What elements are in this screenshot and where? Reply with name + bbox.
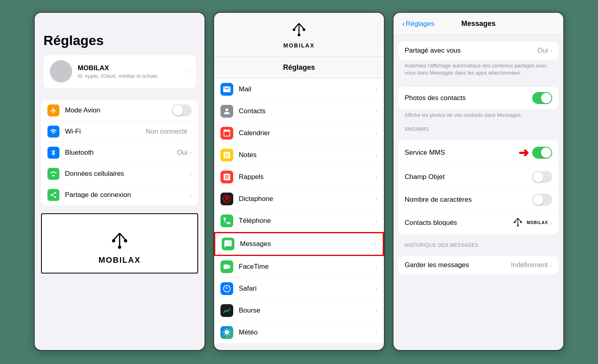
panel2-list: Mail › Contacts › Calendrier › Notes › (214, 79, 384, 344)
calendrier-icon-box (220, 127, 233, 140)
partage-label: Partage de connexion (65, 191, 190, 199)
svg-line-1 (114, 233, 120, 240)
panel2-row-messages[interactable]: Messages › (214, 232, 384, 256)
nb-caracteres-row[interactable]: Nombre de caractères (398, 189, 559, 211)
photos-contacts-row[interactable]: Photos des contacts (398, 87, 559, 109)
garder-messages-value: Indéfiniment (511, 261, 548, 269)
section-smsmms: Service MMS ➜ Champ Objet Nombre de cara… (398, 140, 559, 234)
dictaphone-icon (222, 195, 231, 203)
champ-objet-label: Champ Objet (405, 173, 532, 181)
profile-chevron: › (188, 68, 190, 75)
section-historique: Garder les messages Indéfiniment › (398, 256, 559, 274)
profile-card[interactable]: MOBILAX Id. Apple, iCloud, médias et ach… (43, 55, 196, 88)
mobilax-text-p2: MOBILAX (283, 42, 315, 49)
partage-chevron: › (190, 192, 192, 198)
arrow-container: ➜ (518, 145, 552, 160)
panel2-row-rappels[interactable]: Rappels › (214, 166, 384, 188)
safari-icon (222, 284, 231, 293)
panel2-row-facetime[interactable]: FaceTime › (214, 256, 384, 278)
wifi-icon-box (47, 126, 59, 138)
mobilax-icon-p3 (511, 216, 524, 229)
nb-caracteres-toggle[interactable] (532, 194, 552, 206)
photos-contacts-label: Photos des contacts (405, 94, 532, 102)
contacts-icon (222, 107, 231, 116)
panel2-row-meteo[interactable]: Météo › (214, 322, 384, 344)
partage-description: Autorisez l'affichage automatique des co… (393, 60, 563, 81)
panel2-row-calendrier[interactable]: Calendrier › (214, 122, 384, 144)
partage-avec-vous-label: Partagé avec vous (405, 47, 537, 55)
bourse-chevron: › (376, 307, 378, 314)
svg-line-13 (515, 218, 518, 222)
panel2-row-telephone[interactable]: Téléphone › (214, 210, 384, 232)
wifi-chevron: › (190, 128, 192, 135)
mail-icon-box (220, 83, 233, 96)
mode-avion-icon-box (47, 104, 59, 116)
notes-chevron: › (376, 152, 378, 158)
panel2-row-notes[interactable]: Notes › (214, 144, 384, 166)
settings-row-mode-avion[interactable]: Mode Avion (41, 100, 198, 121)
contacts-icon-box (220, 105, 233, 118)
messages-icon-box (222, 238, 234, 250)
champ-objet-row[interactable]: Champ Objet (398, 166, 559, 189)
settings-row-bluetooth[interactable]: Bluetooth Oui › (41, 142, 198, 163)
mode-avion-label: Mode Avion (65, 106, 172, 114)
safari-icon-box (220, 282, 233, 295)
facetime-icon (222, 262, 231, 271)
svg-line-2 (120, 233, 126, 240)
svg-point-15 (514, 221, 515, 223)
dictaphone-icon-box (220, 193, 233, 205)
settings-row-wifi[interactable]: Wi-Fi Non connecté › (41, 121, 198, 142)
rappels-icon (222, 173, 231, 181)
mail-label: Mail (239, 85, 376, 93)
mode-avion-toggle[interactable] (172, 104, 192, 116)
share-icon (50, 191, 57, 199)
contacts-bloques-label: Contacts bloqués (405, 219, 511, 227)
contacts-chevron: › (376, 108, 378, 114)
contacts-bloques-row[interactable]: Contacts bloqués MOBILAX › (398, 211, 559, 234)
panel2-row-mail[interactable]: Mail › (214, 79, 384, 100)
settings-row-donnees[interactable]: Données cellulaires › (41, 163, 198, 185)
garder-messages-label: Garder les messages (405, 261, 511, 269)
telephone-label: Téléphone (239, 217, 376, 225)
photos-description: Affiche les photos de vos contacts dans … (393, 109, 563, 123)
svg-point-5 (118, 246, 121, 249)
garder-messages-row[interactable]: Garder les messages Indéfiniment › (398, 256, 559, 274)
rappels-chevron: › (376, 174, 378, 180)
mobilax-logo-p1: MOBILAX (98, 230, 141, 265)
profile-name: MOBILAX (78, 64, 157, 72)
mobilax-icon-p1 (108, 230, 132, 254)
settings-group-connectivity: Mode Avion Wi-Fi Non connecté › Bluetoot… (41, 100, 198, 205)
panel2-row-dictaphone[interactable]: Dictaphone › (214, 188, 384, 210)
mobilax-watermark-p3: MOBILAX (527, 220, 548, 225)
mail-chevron: › (376, 86, 378, 92)
settings-row-partage[interactable]: Partage de connexion › (41, 185, 198, 205)
svg-line-7 (294, 24, 299, 29)
bourse-icon (222, 306, 231, 315)
wifi-icon (50, 128, 57, 135)
svg-point-17 (517, 224, 519, 226)
notes-icon-box (220, 149, 233, 161)
phone-icon (222, 216, 231, 225)
partage-row[interactable]: Partagé avec vous Oui › (398, 41, 559, 60)
service-mms-row[interactable]: Service MMS ➜ (398, 140, 559, 166)
champ-objet-toggle[interactable] (532, 171, 552, 183)
telephone-icon-box (220, 214, 233, 227)
section-photos: Photos des contacts (398, 87, 559, 109)
watermark-box: MOBILAX (41, 213, 198, 273)
svg-point-16 (520, 221, 522, 223)
photos-contacts-toggle[interactable] (532, 92, 552, 104)
svg-line-14 (518, 218, 521, 222)
nb-caracteres-label: Nombre de caractères (405, 196, 532, 204)
bluetooth-icon (50, 149, 57, 156)
service-mms-toggle[interactable] (532, 147, 552, 159)
panel2-row-bourse[interactable]: Bourse › (214, 300, 384, 322)
rappels-icon-box (220, 171, 233, 183)
panel2-row-safari[interactable]: Safari › (214, 278, 384, 300)
back-button[interactable]: ‹ Réglages (402, 19, 435, 28)
service-mms-label: Service MMS (405, 149, 518, 157)
panel-reglages: Réglages MOBILAX Id. Apple, iCloud, médi… (34, 12, 205, 351)
calendar-icon (222, 129, 231, 138)
panel2-row-contacts[interactable]: Contacts › (214, 100, 384, 122)
donnees-icon-box (47, 168, 59, 180)
panel1-title: Réglages (43, 33, 196, 48)
